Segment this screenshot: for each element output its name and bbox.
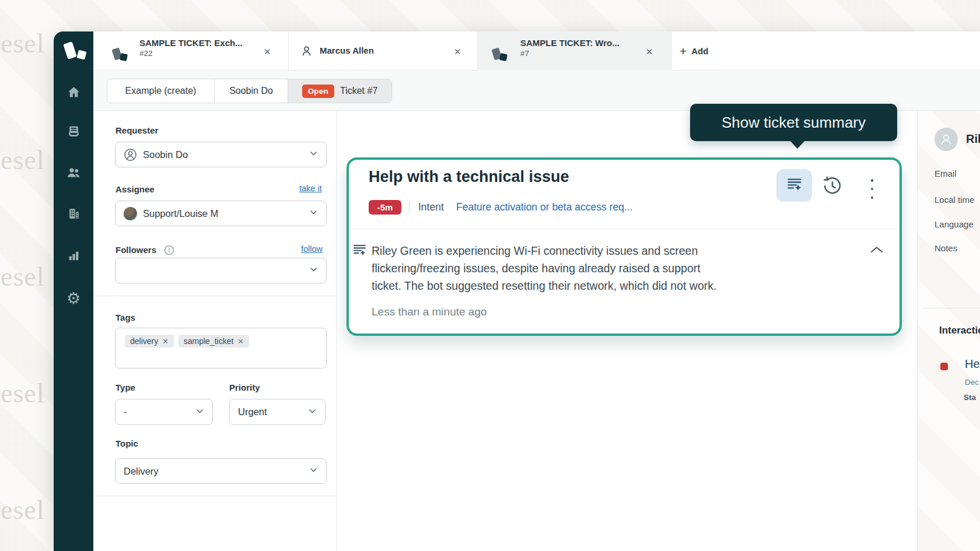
interaction-item-date: Dec (965, 378, 979, 387)
buildings-icon (66, 206, 81, 223)
tooltip-pointer (789, 140, 806, 149)
tab-sample-ticket-22[interactable]: SAMPLE TICKET: Exch... #22 ✕ (93, 31, 288, 71)
tab-title: SAMPLE TICKET: Exch... (139, 38, 243, 48)
priority-select[interactable]: Urgent (229, 399, 326, 425)
history-icon (822, 176, 843, 199)
breadcrumb-segment-example[interactable]: Example (create) (107, 79, 215, 103)
tags-input[interactable]: delivery ✕ sample_ticket ✕ (115, 328, 327, 368)
summary-lines-icon (352, 243, 367, 259)
summary-text-line: Riley Green is experiencing Wi-Fi connec… (372, 242, 698, 259)
field-label-local-time: Local time (935, 195, 974, 205)
breadcrumb-segment-ticket[interactable]: Open Ticket #7 (288, 79, 391, 103)
bar-chart-icon (66, 248, 81, 265)
take-it-link[interactable]: take it (299, 184, 322, 193)
assignee-value: Support/Louise M (143, 208, 218, 219)
assignee-select[interactable]: Support/Louise M (115, 201, 327, 226)
tab-sample-ticket-7[interactable]: SAMPLE TICKET: Wro... #7 ✕ (477, 31, 672, 71)
requester-value: Soobin Do (143, 149, 188, 160)
intent-label: Intent (418, 201, 444, 213)
requester-label: Requester (116, 125, 158, 135)
breadcrumb-label: Soobin Do (229, 86, 273, 96)
type-label: Type (116, 382, 135, 392)
tab-title: SAMPLE TICKET: Wro... (520, 38, 620, 48)
tag-label: delivery (130, 336, 158, 346)
field-label-email: Email (935, 169, 957, 178)
field-label-language: Language (935, 219, 974, 229)
sidebar-item-reports[interactable] (65, 248, 82, 265)
interactions-heading: Interactions (939, 325, 980, 336)
tab-title: Marcus Allen (320, 45, 374, 55)
chevron-down-icon (309, 465, 318, 478)
chevron-down-icon (309, 265, 318, 277)
followers-select[interactable] (115, 258, 327, 283)
tab-subtitle: #7 (520, 49, 620, 58)
close-icon[interactable]: ✕ (264, 47, 271, 57)
breadcrumb-segment-requester[interactable]: Soobin Do (215, 79, 288, 103)
tag-label: sample_ticket (184, 336, 234, 346)
sla-badge: -5m (369, 200, 401, 215)
user-avatar (935, 128, 958, 151)
sidebar-item-settings[interactable]: ⚙ (65, 290, 82, 307)
interaction-item-title[interactable]: Help with a technical issue (965, 357, 980, 371)
breadcrumb: Example (create) Soobin Do Open Ticket #… (107, 79, 392, 103)
watermark: esel (1, 28, 45, 59)
gear-icon: ⚙ (66, 291, 80, 307)
follow-link[interactable]: follow (301, 244, 323, 254)
user-name: Riley Green (966, 132, 980, 146)
chevron-down-icon (309, 208, 318, 220)
sidebar-item-tickets[interactable] (65, 124, 82, 141)
requester-select[interactable]: Soobin Do (115, 142, 327, 167)
sidebar-item-home[interactable] (65, 85, 82, 101)
ticket-queue-icon (66, 124, 81, 141)
followers-label: Followers (116, 245, 156, 255)
close-icon[interactable]: ✕ (454, 47, 461, 57)
field-label-notes: Notes (935, 243, 957, 253)
kebab-menu-button[interactable] (868, 179, 876, 199)
topic-select[interactable]: Delivery (115, 458, 327, 484)
history-button[interactable] (821, 176, 844, 198)
chevron-down-icon (195, 406, 205, 418)
sidebar-item-customers[interactable] (65, 166, 82, 182)
remove-tag-icon[interactable]: ✕ (162, 337, 168, 346)
panel-divider (93, 296, 337, 296)
assignee-label: Assignee (116, 184, 155, 194)
people-icon (66, 165, 81, 183)
topic-label: Topic (116, 438, 138, 448)
panel-divider (93, 496, 337, 496)
type-select[interactable]: - (115, 399, 213, 425)
divider (409, 201, 410, 213)
remove-tag-icon[interactable]: ✕ (237, 337, 243, 346)
close-icon[interactable]: ✕ (646, 47, 653, 57)
card-divider (349, 229, 900, 229)
watermark: esel (1, 378, 45, 409)
tab-marcus-allen[interactable]: Marcus Allen ✕ (288, 31, 477, 71)
type-value: - (124, 406, 127, 417)
tooltip: Show ticket summary (690, 104, 897, 141)
chevron-down-icon (307, 406, 317, 418)
watermark: esel (1, 261, 45, 292)
interaction-status-bullet (940, 363, 948, 370)
breadcrumb-label: Example (create) (125, 86, 197, 96)
status-badge: Open (302, 85, 334, 98)
chevron-down-icon (309, 149, 318, 161)
app-page: esel esel esel esel esel (0, 0, 980, 551)
info-icon[interactable] (164, 245, 174, 258)
tab-subtitle: #22 (139, 49, 243, 58)
collapse-chevron-up-icon[interactable] (869, 245, 884, 257)
summary-text-line: ticket. The bot suggested resetting thei… (372, 277, 716, 294)
priority-value: Urgent (238, 406, 267, 417)
sidebar-item-organizations[interactable] (65, 206, 82, 223)
home-icon (66, 85, 81, 102)
ticket-number-label: Ticket #7 (340, 86, 377, 96)
add-tab-label: Add (691, 46, 708, 56)
assignee-avatar (124, 207, 137, 220)
summary-button[interactable] (776, 169, 812, 202)
summary-sparkle-icon (786, 176, 803, 195)
panel-divider (922, 308, 980, 308)
intent-link[interactable]: Feature activation or beta access req... (456, 201, 633, 213)
add-tab-button[interactable]: + Add (680, 31, 708, 71)
tag-chip: delivery ✕ (125, 335, 174, 348)
summary-timestamp: Less than a minute ago (372, 306, 487, 318)
watermark: esel (1, 145, 45, 176)
plus-icon: + (680, 44, 687, 58)
